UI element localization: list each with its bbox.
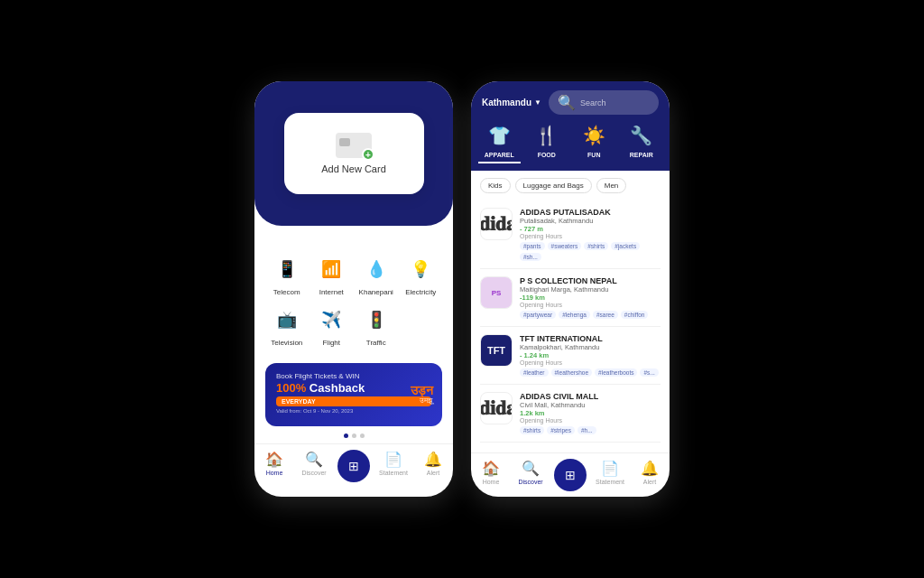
dot-1 (344, 434, 348, 438)
tag: #shirts (584, 242, 608, 250)
center-right-icon: ⊞ (554, 459, 587, 491)
nav-alert-label: Alert (427, 470, 439, 476)
store-tags-1: #pants #sweaters #shirts #jackets #sh... (520, 242, 661, 261)
search-bar[interactable]: 🔍 Search (549, 90, 659, 115)
tag: #pants (520, 242, 545, 250)
service-television[interactable]: 📺 Television (268, 303, 306, 347)
alert-icon: 🔔 (424, 450, 442, 468)
location-selector[interactable]: Kathmandu ▼ (482, 98, 541, 107)
nav-statement-left[interactable]: 📄 Statement (374, 450, 413, 484)
plus-badge: + (362, 148, 374, 161)
flight-label: Flight (322, 339, 340, 347)
search-icon: 🔍 (558, 94, 576, 111)
telecom-icon: 📱 (271, 253, 303, 285)
repair-label: REPAIR (630, 152, 653, 158)
location-text: Kathmandu (482, 98, 531, 107)
store-ps-collection[interactable]: PS P S COLLECTION NEPAL Maitighari Marga… (480, 269, 661, 327)
add-card-box[interactable]: + Add New Card (284, 113, 424, 194)
discover-right-icon: 🔍 (522, 459, 540, 477)
telecom-label: Telecom (273, 288, 300, 296)
dot-2 (352, 434, 356, 438)
tag: #sh... (520, 253, 541, 261)
khanepani-icon: 💧 (360, 253, 393, 285)
statement-icon: 📄 (384, 450, 402, 468)
services-grid: 📱 Telecom 📶 Internet 💧 Khanepani 💡 Elect… (254, 226, 453, 356)
promo-banner[interactable]: Book Flight Tickets & WIN 100% Cashback … (265, 363, 442, 426)
tag: #s... (640, 368, 658, 377)
chip-luggage[interactable]: Luggage and Bags (515, 178, 592, 193)
chip-men[interactable]: Men (596, 178, 627, 193)
store-dist-2: -119 km (520, 294, 661, 302)
right-phone: Kathmandu ▼ 🔍 Search 👕 APPAREL 🍴 FOOD (471, 81, 670, 497)
service-khanepani[interactable]: 💧 Khanepani (357, 253, 395, 296)
traffic-icon: 🚦 (360, 303, 393, 336)
alert-right-icon: 🔔 (641, 459, 659, 477)
chevron-down-icon: ▼ (534, 98, 541, 107)
phone-header-right: Kathmandu ▼ 🔍 Search (471, 81, 670, 122)
statement-right-icon: 📄 (601, 459, 619, 477)
store-dist-4: 1.2k km (520, 409, 661, 417)
khanepani-label: Khanepani (359, 288, 393, 296)
service-telecom[interactable]: 📱 Telecom (268, 253, 306, 296)
tag: #saree (593, 311, 618, 319)
apparel-label: APPAREL (485, 152, 514, 158)
traffic-label: Traffic (366, 339, 386, 347)
electricity-label: Electricity (405, 288, 436, 296)
service-internet[interactable]: 📶 Internet (313, 253, 351, 296)
adidas-civil-icon: 𝐚𝐝𝐢𝐝𝐚𝐬 (480, 396, 513, 420)
tag: #leather (520, 368, 549, 377)
nav-statement-right[interactable]: 📄 Statement (590, 459, 630, 493)
nav-center-left[interactable]: ⊞ (334, 450, 374, 484)
store-loc-2: Maitighari Marga, Kathmandu (520, 285, 661, 294)
store-name-4: ADIDAS CIVIL MALL (520, 392, 661, 401)
tag: #shirts (520, 426, 544, 434)
service-electricity[interactable]: 💡 Electricity (402, 253, 440, 296)
nav-home-left[interactable]: 🏠 Home (254, 450, 294, 484)
nav-center-right[interactable]: ⊞ (550, 459, 590, 493)
tag: #stripes (547, 426, 575, 434)
nav-statement-right-label: Statement (596, 479, 624, 485)
store-tft-international[interactable]: TFT TFT INTERNATIONAL Kamalpokhari, Kath… (480, 327, 661, 385)
electricity-icon: 💡 (404, 253, 437, 285)
store-list: 𝐚𝐝𝐢𝐝𝐚𝐬 ADIDAS PUTALISADAK Putalisadak, K… (471, 200, 670, 452)
nav-discover-left[interactable]: 🔍 Discover (294, 450, 334, 484)
tab-apparel[interactable]: 👕 APPAREL (478, 122, 521, 163)
category-tabs: 👕 APPAREL 🍴 FOOD ☀️ FUN 🔧 REPAIR (471, 122, 670, 171)
chip-kids[interactable]: Kids (480, 178, 511, 193)
apparel-icon: 👕 (485, 122, 513, 149)
service-traffic[interactable]: 🚦 Traffic (357, 303, 395, 347)
nav-alert-left[interactable]: 🔔 Alert (413, 450, 453, 484)
store-name-3: TFT INTERNATIONAL (520, 334, 661, 343)
tft-international-logo: TFT (480, 334, 513, 367)
store-adidas-civil[interactable]: 𝐚𝐝𝐢𝐝𝐚𝐬 ADIDAS CIVIL MALL Civil Mall, Kat… (480, 385, 661, 443)
promo-badge: EVERYDAY (276, 396, 431, 406)
left-phone: + Add New Card 📱 Telecom 📶 Internet 💧 Kh (254, 81, 453, 497)
store-adidas-putalisadak-info: ADIDAS PUTALISADAK Putalisadak, Kathmand… (520, 208, 661, 261)
tag: #leathershoe (551, 368, 593, 377)
tab-repair[interactable]: 🔧 REPAIR (621, 122, 663, 163)
card-icon: + (336, 133, 372, 158)
home-right-icon: 🏠 (482, 459, 500, 477)
store-hours-2: Opening Hours (520, 302, 661, 308)
service-flight[interactable]: ✈️ Flight (313, 303, 351, 347)
promo-main: 100% Cashback (276, 382, 431, 395)
home-icon: 🏠 (265, 450, 283, 468)
promo-title: Book Flight Tickets & WIN (276, 372, 431, 380)
tab-fun[interactable]: ☀️ FUN (573, 122, 615, 163)
nav-home-right[interactable]: 🏠 Home (471, 459, 511, 493)
discover-icon: 🔍 (305, 450, 323, 468)
store-adidas-civil-info: ADIDAS CIVIL MALL Civil Mall, Kathmandu … (520, 392, 661, 434)
tag: #chiffon (621, 311, 649, 319)
bottom-nav-right: 🏠 Home 🔍 Discover ⊞ 📄 Statement 🔔 (471, 452, 670, 497)
store-dist-3: - 1.24 km (520, 351, 661, 359)
promo-logo: उड्न उमझू (411, 384, 433, 406)
television-icon: 📺 (271, 303, 303, 336)
tab-food[interactable]: 🍴 FOOD (526, 122, 568, 163)
store-tags-3: #leather #leathershoe #leatherboots #s..… (520, 368, 661, 377)
promo-dots (254, 434, 453, 438)
store-adidas-putalisadak[interactable]: 𝐚𝐝𝐢𝐝𝐚𝐬 ADIDAS PUTALISADAK Putalisadak, K… (480, 200, 661, 269)
food-icon: 🍴 (533, 122, 560, 149)
nav-alert-right[interactable]: 🔔 Alert (630, 459, 670, 493)
internet-icon: 📶 (315, 253, 347, 285)
nav-discover-right[interactable]: 🔍 Discover (511, 459, 550, 493)
